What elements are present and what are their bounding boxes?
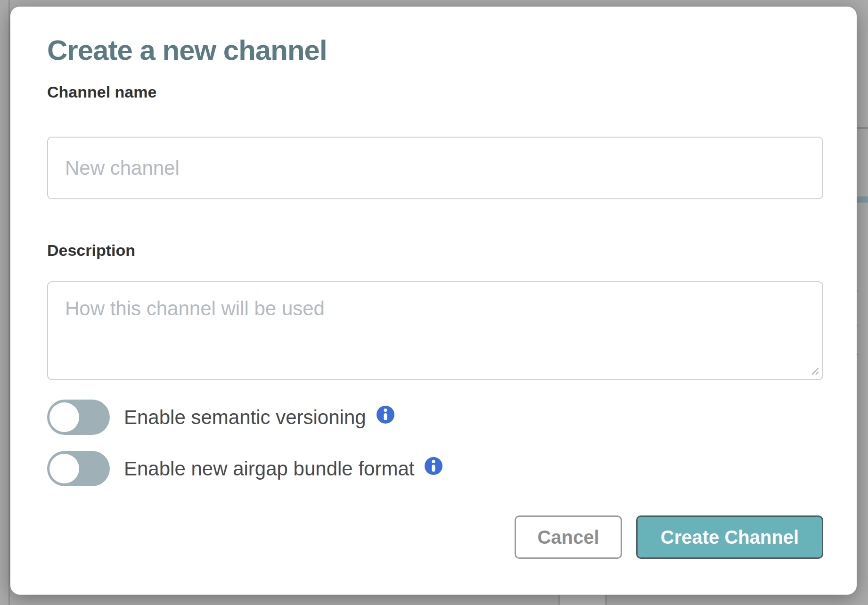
semantic-versioning-label: Enable semantic versioning	[124, 406, 366, 429]
airgap-bundle-toggle[interactable]	[47, 451, 110, 486]
info-icon[interactable]	[377, 406, 394, 424]
background-teal-tab-fragment	[857, 196, 868, 203]
resize-handle-icon[interactable]	[809, 365, 819, 376]
semantic-versioning-row: Enable semantic versioning	[47, 400, 823, 435]
semantic-versioning-toggle[interactable]	[47, 400, 110, 435]
background-cell-border	[558, 595, 560, 605]
info-icon[interactable]	[425, 457, 442, 475]
modal-actions: Cancel Create Channel	[47, 515, 823, 559]
cancel-button[interactable]: Cancel	[515, 515, 622, 559]
background-divider-line	[857, 127, 868, 129]
description-textarea[interactable]	[47, 281, 823, 380]
modal-title: Create a new channel	[47, 34, 823, 66]
toggle-knob	[49, 402, 79, 432]
airgap-bundle-label: Enable new airgap bundle format	[124, 458, 414, 480]
description-label: Description	[47, 241, 823, 260]
toggle-knob	[49, 454, 79, 483]
background-cell-border	[605, 595, 607, 605]
channel-name-label: Channel name	[47, 83, 823, 101]
airgap-bundle-row: Enable new airgap bundle format	[47, 451, 823, 486]
description-field-wrapper	[47, 281, 823, 380]
create-channel-modal: Create a new channel Channel name Descri…	[10, 7, 857, 595]
channel-name-input[interactable]	[47, 137, 823, 199]
background-cell-fragment	[560, 595, 605, 605]
create-channel-button[interactable]: Create Channel	[636, 515, 823, 559]
background-page-border	[8, 0, 10, 605]
